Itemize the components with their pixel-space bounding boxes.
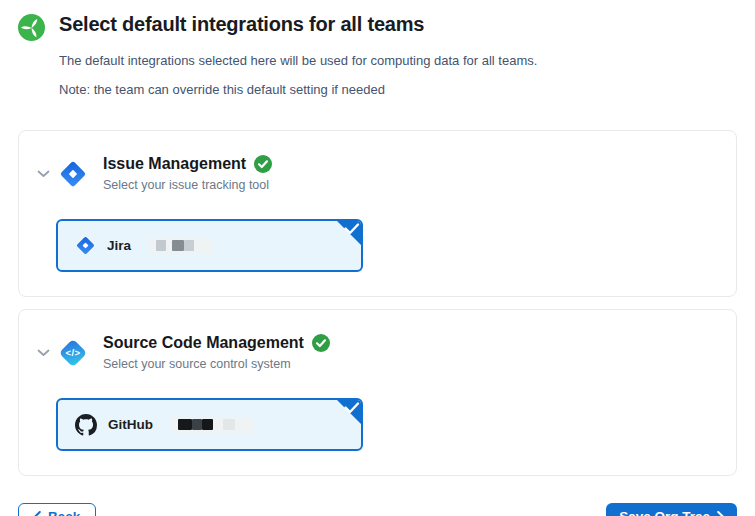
- section-source-code-management: </> Source Code Management Select your s…: [18, 309, 737, 476]
- redacted-text: [150, 238, 214, 254]
- option-label: Jira: [107, 238, 131, 253]
- collapse-chevron-icon[interactable]: [34, 165, 52, 183]
- save-button-label: Save Org Tree: [619, 509, 710, 516]
- chevron-left-icon: [34, 511, 41, 516]
- save-org-tree-button[interactable]: Save Org Tree: [606, 503, 737, 516]
- redacted-text: [172, 417, 253, 433]
- footer-actions: Back Save Org Tree: [0, 503, 755, 516]
- integration-sections: Issue Management Select your issue track…: [18, 130, 737, 476]
- integrations-settings-page: Select default integrations for all team…: [0, 0, 755, 516]
- code-brackets-glyph: </>: [65, 347, 80, 358]
- page-description: The default integrations selected here w…: [59, 53, 537, 68]
- source-code-icon: </>: [58, 338, 88, 368]
- check-circle-icon: [254, 155, 272, 173]
- section-subtitle: Select your source control system: [103, 357, 330, 371]
- section-title: Source Code Management: [103, 334, 304, 352]
- back-button-label: Back: [48, 509, 80, 516]
- section-subtitle: Select your issue tracking tool: [103, 178, 272, 192]
- collapse-chevron-icon[interactable]: [34, 344, 52, 362]
- section-title: Issue Management: [103, 155, 246, 173]
- corner-checkmark-icon: [333, 398, 363, 428]
- chevron-right-icon: [717, 511, 724, 516]
- option-github-selected[interactable]: GitHub: [56, 398, 363, 451]
- github-icon: [75, 414, 97, 436]
- jira-icon-small: [75, 235, 96, 256]
- jira-icon: [58, 159, 88, 189]
- page-header: Select default integrations for all team…: [0, 0, 755, 97]
- option-label: GitHub: [108, 417, 153, 432]
- corner-checkmark-icon: [333, 219, 363, 249]
- page-title: Select default integrations for all team…: [59, 13, 537, 36]
- app-logo-icon: [18, 14, 45, 41]
- back-button[interactable]: Back: [18, 503, 96, 516]
- check-circle-icon: [312, 334, 330, 352]
- section-issue-management: Issue Management Select your issue track…: [18, 130, 737, 297]
- option-jira-selected[interactable]: Jira: [56, 219, 363, 272]
- page-note: Note: the team can override this default…: [59, 82, 537, 97]
